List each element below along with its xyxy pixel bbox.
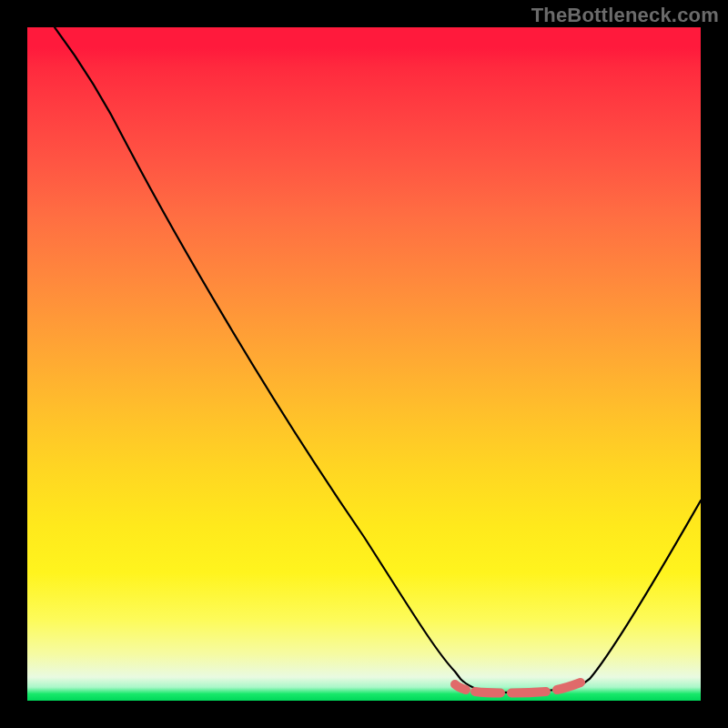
chart-frame: TheBottleneck.com xyxy=(0,0,728,728)
bottleneck-curve xyxy=(27,27,701,701)
curve-path xyxy=(55,27,701,693)
plot-area xyxy=(27,27,701,701)
watermark-text: TheBottleneck.com xyxy=(531,4,719,27)
optimal-zone-marker xyxy=(455,682,581,693)
